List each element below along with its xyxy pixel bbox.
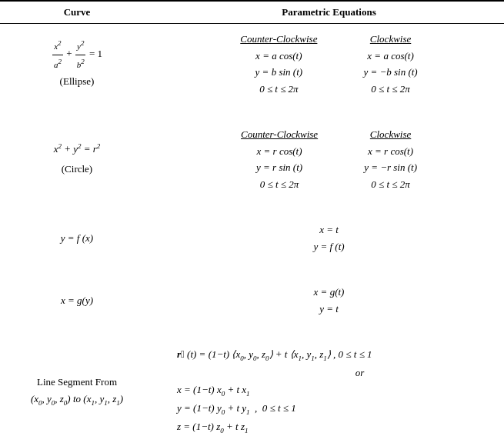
equations-cell-yfx: x = t y = f (t) (154, 215, 504, 261)
ccw-label-circle: Counter-Clockwise (241, 127, 318, 142)
lineseg-or: or (355, 365, 365, 381)
spacer-row (0, 324, 504, 339)
circle-ccw-eq3: 0 ≤ t ≤ 2π (260, 177, 299, 192)
circle-cw-eq3: 0 ≤ t ≤ 2π (371, 177, 409, 192)
curve-cell-yfx: y = f (x) (0, 215, 154, 261)
lineseg-eq3: y = (1−t) y0 + t y1 , 0 ≤ t ≤ 1 (177, 401, 296, 418)
xgy-eq1: x = g(t) (314, 285, 345, 300)
lineseg-eq1: r⃗ (t) = (1−t) ⟨x0, y0, z0⟩ + t ⟨x1, y1,… (177, 347, 372, 364)
yfx-eq1: x = t (319, 222, 339, 238)
curve-cell-ellipse: x2a2 + y2b2 = 1 (Ellipse) (0, 24, 154, 105)
table-row: y = f (x) x = t y = f (t) (0, 215, 504, 261)
ellipse-ccw-eq3: 0 ≤ t ≤ 2π (259, 82, 298, 97)
ccw-label-ellipse: Counter-Clockwise (240, 32, 317, 47)
spacer-row (0, 104, 504, 119)
ellipse-cw-eq3: 0 ≤ t ≤ 2π (371, 82, 409, 97)
cw-label-ellipse: Clockwise (370, 32, 411, 47)
curve-cell-lineseg: Line Segment From (x0, y0, z0) to (x1, y… (0, 339, 154, 444)
ellipse-cw-eq2: y = −b sin (t) (363, 65, 417, 80)
xgy-eq2: y = t (319, 301, 339, 317)
lineseg-eq4: z = (1−t) z0 + t z1 (177, 419, 248, 436)
column-header-curve: Curve (0, 1, 154, 24)
table-row: x = g(y) x = g(t) y = t (0, 277, 504, 324)
equations-cell-ellipse: Counter-Clockwise x = a cos(t) y = b sin… (154, 24, 504, 105)
lineseg-label: Line Segment From (8, 374, 146, 391)
table-row: x2 + y2 = r2 (Circle) Counter-Clockwise … (0, 119, 504, 199)
spacer-row (0, 261, 504, 277)
table-row: Line Segment From (x0, y0, z0) to (x1, y… (0, 339, 504, 444)
yfx-eq2: y = f (t) (313, 239, 344, 255)
ellipse-ccw-eq2: y = b sin (t) (255, 65, 303, 80)
equations-cell-lineseg: r⃗ (t) = (1−t) ⟨x0, y0, z0⟩ + t ⟨x1, y1,… (154, 339, 504, 444)
curve-cell-circle: x2 + y2 = r2 (Circle) (0, 119, 154, 199)
column-header-equations: Parametric Equations (154, 1, 504, 24)
lineseg-eq2: x = (1−t) x0 + t x1 (177, 382, 250, 399)
equations-cell-circle: Counter-Clockwise x = r cos(t) y = r sin… (154, 119, 504, 199)
spacer-row (0, 199, 504, 215)
curve-cell-xgy: x = g(y) (0, 277, 154, 324)
circle-ccw-eq2: y = r sin (t) (256, 160, 302, 175)
circle-ccw-eq1: x = r cos(t) (257, 144, 302, 159)
ellipse-ccw-eq1: x = a cos(t) (255, 48, 302, 64)
circle-cw-eq1: x = r cos(t) (368, 144, 413, 159)
equations-cell-xgy: x = g(t) y = t (154, 277, 504, 324)
table-row: x2a2 + y2b2 = 1 (Ellipse) Counter-Clockw… (0, 24, 504, 105)
curve-label-ellipse: (Ellipse) (8, 72, 146, 90)
circle-cw-eq2: y = −r sin (t) (364, 160, 417, 175)
parametric-equations-table: Curve Parametric Equations x2a2 + y2b2 =… (0, 0, 504, 444)
ellipse-cw-eq1: x = a cos(t) (367, 48, 413, 64)
cw-label-circle: Clockwise (370, 127, 411, 142)
